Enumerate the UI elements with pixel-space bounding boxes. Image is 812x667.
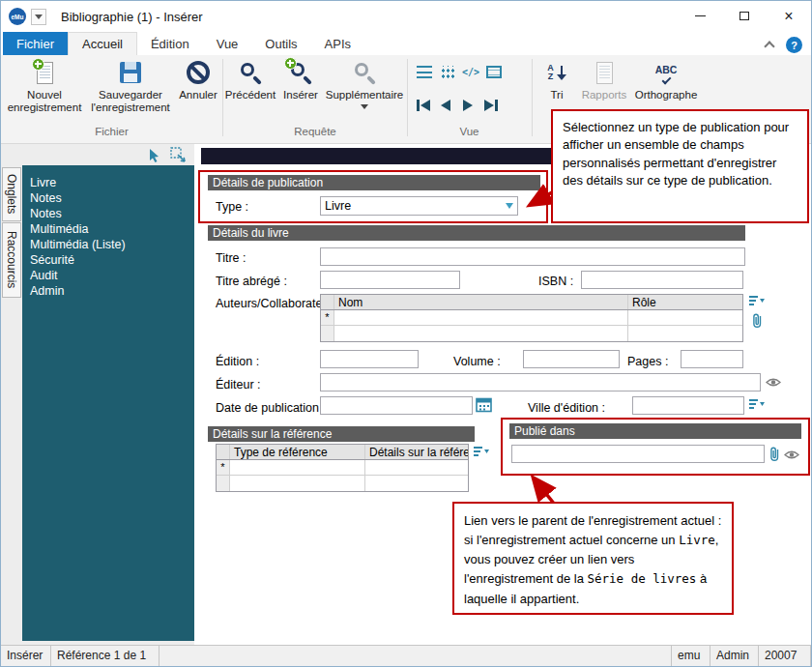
triangle-left-icon [420, 100, 430, 111]
tab-vue[interactable]: Vue [203, 32, 252, 55]
first-record-button[interactable] [417, 100, 430, 111]
title-input[interactable] [320, 247, 745, 266]
isbn-input[interactable] [581, 271, 743, 289]
sidebar-item-notes-1[interactable]: Notes [22, 190, 194, 206]
insert-query-button[interactable]: Insérer [277, 59, 324, 102]
authors-cell-nom[interactable] [334, 310, 628, 325]
edition-input[interactable] [320, 350, 419, 368]
close-button[interactable]: × [767, 1, 811, 31]
last-record-button[interactable] [484, 100, 498, 111]
list-view-button[interactable] [415, 64, 434, 79]
sidebar-item-securite[interactable]: Sécurité [22, 252, 194, 268]
tab-outils[interactable]: Outils [251, 32, 310, 55]
sidebar-item-multimedia[interactable]: Multimédia [22, 221, 194, 237]
new-row-marker[interactable]: * [321, 310, 334, 325]
reports-label: Rapports [582, 89, 627, 102]
pages-input[interactable] [681, 350, 743, 368]
next-record-button[interactable] [463, 100, 473, 111]
group-label-requete: Requête [223, 126, 407, 137]
magnifier-gray-icon [353, 61, 377, 85]
additional-query-button[interactable]: Supplémentaire [324, 59, 405, 109]
sidebar-item-audit[interactable]: Audit [22, 268, 194, 283]
previous-query-button[interactable]: Précédent [225, 59, 276, 102]
tab-accueil[interactable]: Accueil [68, 32, 137, 55]
help-button[interactable]: ? [786, 37, 802, 53]
reference-new-row[interactable]: * [217, 460, 468, 476]
previous-record-button[interactable] [441, 100, 450, 111]
reference-cell-type[interactable] [230, 476, 365, 491]
section-reference: Détails sur la référence [208, 426, 475, 442]
authors-sort-button[interactable] [749, 295, 765, 306]
paperclip-icon [751, 312, 763, 329]
pub-city-input[interactable] [632, 396, 744, 415]
new-row-marker[interactable]: * [217, 460, 230, 475]
sidebar-item-notes-2[interactable]: Notes [22, 206, 194, 221]
authors-cell-role[interactable] [628, 310, 742, 325]
app-menu-button[interactable] [31, 9, 46, 25]
callout-type-note: Sélectionnez un type de publication pour… [551, 109, 809, 223]
authors-empty-row[interactable] [321, 326, 742, 341]
reference-sort-button[interactable] [474, 446, 489, 457]
sidebar-tab-raccourcis[interactable]: Raccourcis [2, 222, 21, 298]
sort-lines-icon [474, 446, 489, 457]
sort-button[interactable]: AZ Tri [536, 59, 577, 102]
spelling-button[interactable]: ABC Orthographe [631, 59, 701, 102]
authors-new-row[interactable]: * [321, 310, 742, 326]
row-gutter [217, 476, 230, 491]
reference-cell-type[interactable] [230, 460, 365, 475]
code-view-button[interactable]: </> [461, 64, 480, 79]
select-region-button[interactable] [169, 147, 187, 163]
report-icon [596, 62, 613, 84]
sidebar-tab-onglets[interactable]: Onglets [2, 167, 21, 221]
reference-table[interactable]: Type de référence Détails sur la référe.… [216, 444, 469, 492]
authors-attach-button[interactable] [751, 312, 763, 329]
sidebar-item-livre[interactable]: Livre [22, 175, 194, 190]
reference-col-type: Type de référence [230, 445, 365, 459]
cancel-button[interactable]: Annuler [175, 59, 221, 102]
pub-city-sort-button[interactable] [749, 398, 765, 410]
app-window: eMu Bibliographie (1) - Insérer × Fichie… [0, 0, 812, 667]
eye-icon [766, 377, 781, 388]
status-filler [160, 646, 672, 666]
detail-view-button[interactable] [484, 64, 504, 79]
authors-cell-nom[interactable] [334, 326, 628, 341]
short-title-input[interactable] [320, 271, 460, 289]
publisher-view-button[interactable] [766, 377, 781, 388]
reports-button[interactable]: Rapports [579, 59, 629, 102]
authors-table[interactable]: Nom Rôle * [320, 294, 743, 342]
reference-cell-details[interactable] [365, 460, 468, 475]
plus-icon [32, 58, 44, 71]
reference-empty-row[interactable] [217, 476, 468, 491]
tab-fichier[interactable]: Fichier [3, 32, 68, 55]
collapse-ribbon-icon[interactable] [764, 41, 774, 51]
volume-label: Volume : [453, 355, 501, 369]
authors-header-row: Nom Rôle [321, 295, 742, 310]
calendar-icon [476, 396, 492, 413]
maximize-button[interactable] [722, 1, 767, 31]
save-record-button[interactable]: Sauvegarder l'enregistrement [88, 59, 173, 114]
spelling-label: Orthographe [635, 89, 698, 102]
new-record-button[interactable]: Nouvel enregistrement [3, 59, 86, 114]
dropdown-arrow-icon [361, 104, 368, 109]
magnifier-icon [239, 61, 263, 85]
sort-az-icon: AZ [547, 64, 566, 81]
cursor-tool-button[interactable] [146, 147, 163, 163]
sidebar-item-admin[interactable]: Admin [22, 283, 194, 299]
magnifier-plus-icon [289, 61, 313, 85]
status-server: emu [672, 646, 710, 666]
row-gutter [217, 445, 230, 459]
grid-view-button[interactable] [438, 64, 457, 79]
minimize-button[interactable] [678, 1, 722, 31]
volume-input[interactable] [523, 350, 620, 368]
publisher-label: Éditeur : [216, 378, 261, 392]
tab-edition[interactable]: Édition [137, 32, 203, 55]
sidebar-item-multimedia-liste[interactable]: Multimédia (Liste) [22, 237, 194, 252]
pub-date-input[interactable] [320, 396, 473, 415]
reference-cell-details[interactable] [365, 476, 468, 491]
calendar-button[interactable] [476, 396, 492, 413]
authors-cell-role[interactable] [628, 326, 742, 341]
code-view-icon: </> [462, 67, 479, 77]
tab-apis[interactable]: APIs [311, 32, 364, 55]
pages-label: Pages : [627, 355, 668, 369]
publisher-input[interactable] [320, 373, 761, 392]
